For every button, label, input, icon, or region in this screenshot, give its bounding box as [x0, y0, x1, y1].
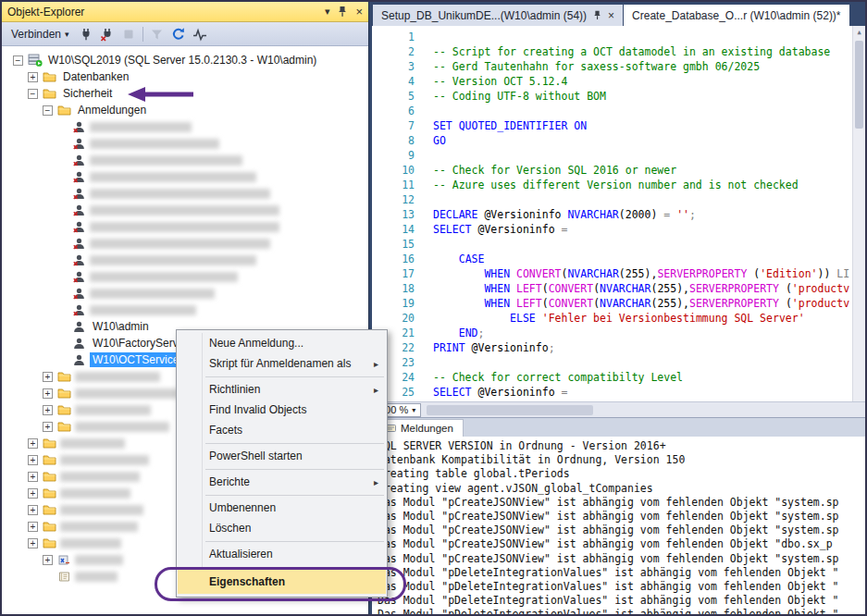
menu-item-löschen[interactable]: Löschen [178, 518, 386, 538]
messages-tab-strip: Meldungen [372, 417, 865, 437]
expand-icon[interactable]: + [28, 72, 38, 82]
close-icon[interactable]: × [355, 6, 363, 18]
document-tab-1[interactable]: Create_Database_O...r (W10\admin (52))* [624, 5, 848, 26]
menu-item-powershell-starten[interactable]: PowerShell starten [178, 446, 386, 466]
line-number: 5 [372, 89, 415, 104]
close-icon[interactable]: × [608, 10, 614, 21]
menu-item-umbenennen[interactable]: Umbenennen [178, 498, 386, 518]
folder-icon [56, 404, 72, 415]
code-area[interactable]: -- Script for creating a OCT datamodel i… [424, 26, 852, 401]
expand-icon[interactable]: + [28, 505, 38, 515]
refresh-icon[interactable] [169, 25, 188, 43]
menu-item-label: Berichte [209, 475, 250, 488]
tree-item-login-redacted[interactable] [2, 135, 368, 152]
collapse-icon[interactable]: − [43, 105, 53, 116]
document-tab-0[interactable]: Setup_DB_UnikumDE...(W10\admin (54))× [373, 5, 623, 26]
pin-icon[interactable] [338, 6, 347, 18]
connect-dropdown[interactable]: Verbinden ▾ [6, 26, 74, 43]
scrollbar-thumb[interactable] [427, 405, 593, 415]
menu-separator [205, 567, 384, 568]
code-token-id: ), [645, 267, 658, 280]
folder-icon [42, 487, 57, 499]
menu-item-neue-anmeldung[interactable]: Neue Anmeldung... [178, 333, 386, 353]
tree-item-anmeldungen[interactable]: −Anmeldungen [2, 102, 368, 118]
tree-item-login-redacted[interactable] [2, 152, 368, 168]
expand-icon[interactable]: + [28, 438, 38, 449]
tree-item-login-redacted[interactable] [2, 202, 368, 218]
code-line: WHEN LEFT(CONVERT(NVARCHAR(255),SERVERPR… [433, 296, 852, 311]
tree-item-datenbanken[interactable]: +Datenbanken [2, 68, 368, 85]
message-line: Datenbank Kompatibilität in Ordnung, Ver… [378, 453, 860, 467]
redacted-label [75, 372, 160, 382]
menu-item-skript-für-anmeldenamen-als[interactable]: Skript für Anmeldenamen als▸ [178, 353, 386, 374]
tree-item-sicherheit[interactable]: −Sicherheit [2, 85, 368, 102]
expand-icon[interactable]: + [43, 372, 53, 382]
code-token-id [433, 253, 459, 265]
tree-item-login-redacted[interactable] [2, 218, 368, 235]
menu-item-richtlinien[interactable]: Richtlinien▸ [178, 379, 386, 400]
menu-item-find-invalid-objects[interactable]: Find Invalid Objects [178, 400, 386, 420]
expander-spacer [57, 355, 68, 365]
expand-icon[interactable]: + [43, 555, 53, 565]
expander-spacer [57, 272, 68, 282]
editor-vertical-scrollbar[interactable]: ▲ [852, 26, 865, 401]
expand-icon[interactable]: + [28, 455, 38, 465]
tree-item-login-redacted[interactable] [2, 185, 368, 202]
sql-editor[interactable]: 1234567891011121314151617181920212223242… [372, 26, 865, 401]
code-token-fn: LEFT [516, 297, 542, 310]
server-icon [27, 54, 43, 67]
tree-item-login-redacted[interactable] [2, 268, 368, 285]
scrollbar-thumb[interactable] [855, 41, 863, 129]
collapse-icon[interactable]: − [13, 55, 23, 66]
tree-item-login-redacted[interactable] [2, 302, 368, 318]
menu-item-aktualisieren[interactable]: Aktualisieren [178, 544, 386, 564]
expand-icon[interactable]: + [28, 488, 38, 499]
tree-item-login-redacted[interactable] [2, 252, 368, 268]
line-number: 17 [372, 266, 415, 281]
expander-spacer [57, 189, 68, 199]
window-position-icon[interactable]: ▾ [325, 6, 330, 17]
tree-item-login-redacted[interactable] [2, 285, 368, 302]
code-line: WHEN LEFT(CONVERT(NVARCHAR(255),SERVERPR… [433, 281, 852, 296]
tree-item-login-redacted[interactable] [2, 168, 368, 185]
line-number: 13 [372, 207, 415, 222]
scroll-up-icon[interactable]: ▲ [853, 26, 865, 38]
messages-output[interactable]: SQL SERVER VERSION in Ordnung - Version … [372, 437, 865, 614]
redacted-label [75, 422, 169, 432]
menu-item-eigenschaften[interactable]: Eigenschaften [178, 570, 386, 594]
menu-item-facets[interactable]: Facets [178, 420, 386, 440]
redacted-label [90, 139, 219, 149]
disconnect-icon[interactable] [98, 25, 117, 43]
connect-object-explorer-icon[interactable] [77, 25, 95, 43]
tree-item-login-redacted[interactable] [2, 118, 368, 135]
menu-item-label: Skript für Anmeldenamen als [209, 357, 351, 370]
code-token-fn: SERVERPROPERTY [657, 267, 747, 280]
tree-item-login-redacted[interactable] [2, 235, 368, 252]
menu-item-berichte[interactable]: Berichte▸ [178, 472, 386, 492]
expander-spacer [57, 322, 68, 332]
activity-monitor-icon[interactable] [191, 25, 209, 43]
redacted-label [75, 388, 179, 399]
tree-item-server[interactable]: −W10\SQL2019 (SQL Server 15.0.2130.3 - W… [2, 52, 368, 68]
message-line: Das Modul "pDeleteIntegrationValues" ist… [378, 566, 860, 580]
tab-label: Setup_DB_UnikumDE...(W10\admin (54)) [381, 9, 587, 22]
expand-icon[interactable]: + [28, 522, 38, 532]
code-line [433, 355, 852, 370]
editor-horizontal-scrollbar[interactable] [421, 402, 865, 417]
expand-icon[interactable]: + [43, 422, 53, 432]
expand-icon[interactable]: + [43, 388, 53, 399]
expand-icon[interactable]: + [43, 405, 53, 415]
code-token-fn: CONVERT [549, 297, 593, 310]
line-number: 15 [372, 237, 415, 252]
code-line: GO [433, 133, 852, 148]
code-token-com: -- Script for creating a OCT datamodel i… [433, 45, 830, 58]
code-token-str: 'productv [792, 297, 849, 310]
code-token-fn: LEFT [516, 282, 542, 295]
expand-icon[interactable]: + [28, 538, 38, 548]
tab-meldungen[interactable]: Meldungen [376, 419, 464, 437]
line-number: 14 [372, 222, 415, 237]
collapse-icon[interactable]: − [28, 89, 38, 99]
expand-icon[interactable]: + [28, 472, 38, 482]
pin-icon[interactable] [593, 10, 601, 20]
code-token-op: = [663, 208, 676, 221]
